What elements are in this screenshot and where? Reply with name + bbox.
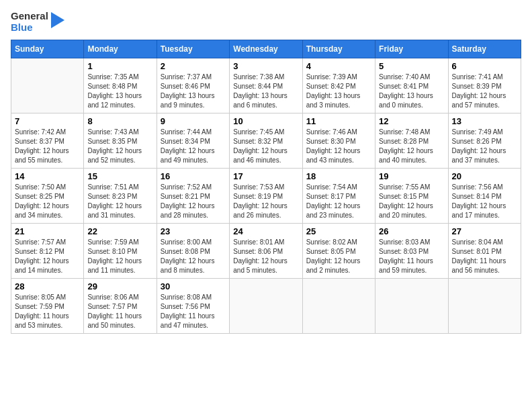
logo-triangle-icon <box>51 12 64 32</box>
day-info: Sunrise: 7:59 AM Sunset: 8:10 PM Dayligh… <box>87 238 152 275</box>
day-info: Sunrise: 7:44 AM Sunset: 8:34 PM Dayligh… <box>161 128 226 165</box>
weekday-header-cell: Wednesday <box>230 40 302 58</box>
day-number: 27 <box>452 226 517 236</box>
day-info: Sunrise: 7:40 AM Sunset: 8:41 PM Dayligh… <box>379 73 444 110</box>
day-info: Sunrise: 8:01 AM Sunset: 8:06 PM Dayligh… <box>233 238 298 275</box>
calendar-day-cell: 22Sunrise: 7:59 AM Sunset: 8:10 PM Dayli… <box>84 224 157 279</box>
logo-blue: Blue <box>11 22 48 34</box>
calendar-table: SundayMondayTuesdayWednesdayThursdayFrid… <box>11 40 521 334</box>
calendar-day-cell: 3Sunrise: 7:38 AM Sunset: 8:44 PM Daylig… <box>230 58 302 113</box>
calendar-day-cell: 7Sunrise: 7:42 AM Sunset: 8:37 PM Daylig… <box>11 113 84 169</box>
calendar-week-row: 7Sunrise: 7:42 AM Sunset: 8:37 PM Daylig… <box>11 113 521 169</box>
calendar-day-cell <box>448 279 521 334</box>
calendar-day-cell <box>230 279 302 334</box>
day-number: 22 <box>87 226 152 236</box>
calendar-day-cell: 25Sunrise: 8:02 AM Sunset: 8:05 PM Dayli… <box>302 224 375 279</box>
day-info: Sunrise: 7:57 AM Sunset: 8:12 PM Dayligh… <box>15 238 80 275</box>
day-number: 14 <box>15 171 80 181</box>
day-number: 2 <box>161 61 226 71</box>
calendar-day-cell: 2Sunrise: 7:37 AM Sunset: 8:46 PM Daylig… <box>157 58 229 113</box>
day-number: 13 <box>452 116 517 126</box>
day-info: Sunrise: 7:42 AM Sunset: 8:37 PM Dayligh… <box>15 128 80 165</box>
day-number: 4 <box>306 61 371 71</box>
day-number: 30 <box>161 281 226 291</box>
weekday-header-cell: Monday <box>84 40 157 58</box>
calendar-day-cell: 27Sunrise: 8:04 AM Sunset: 8:01 PM Dayli… <box>448 224 521 279</box>
weekday-header-cell: Thursday <box>302 40 375 58</box>
calendar-day-cell: 10Sunrise: 7:45 AM Sunset: 8:32 PM Dayli… <box>230 113 302 169</box>
calendar-day-cell: 28Sunrise: 8:05 AM Sunset: 7:59 PM Dayli… <box>11 279 84 334</box>
day-info: Sunrise: 8:05 AM Sunset: 7:59 PM Dayligh… <box>15 293 80 330</box>
weekday-header-cell: Saturday <box>448 40 521 58</box>
calendar-day-cell: 16Sunrise: 7:52 AM Sunset: 8:21 PM Dayli… <box>157 169 229 224</box>
day-info: Sunrise: 7:37 AM Sunset: 8:46 PM Dayligh… <box>161 73 226 110</box>
day-number: 11 <box>306 116 371 126</box>
logo: General Blue <box>11 11 64 33</box>
day-info: Sunrise: 7:46 AM Sunset: 8:30 PM Dayligh… <box>306 128 371 165</box>
day-number: 16 <box>161 171 226 181</box>
day-number: 15 <box>87 171 152 181</box>
calendar-day-cell: 1Sunrise: 7:35 AM Sunset: 8:48 PM Daylig… <box>84 58 157 113</box>
day-number: 10 <box>233 116 298 126</box>
day-number: 1 <box>87 61 152 71</box>
weekday-header-cell: Tuesday <box>157 40 229 58</box>
day-info: Sunrise: 7:39 AM Sunset: 8:42 PM Dayligh… <box>306 73 371 110</box>
day-info: Sunrise: 7:56 AM Sunset: 8:14 PM Dayligh… <box>452 183 517 220</box>
calendar-day-cell: 26Sunrise: 8:03 AM Sunset: 8:03 PM Dayli… <box>375 224 448 279</box>
day-info: Sunrise: 7:49 AM Sunset: 8:26 PM Dayligh… <box>452 128 517 165</box>
day-info: Sunrise: 7:35 AM Sunset: 8:48 PM Dayligh… <box>87 73 152 110</box>
logo-general: General <box>11 11 48 22</box>
day-info: Sunrise: 8:08 AM Sunset: 7:56 PM Dayligh… <box>161 293 226 330</box>
calendar-week-row: 28Sunrise: 8:05 AM Sunset: 7:59 PM Dayli… <box>11 279 521 334</box>
day-info: Sunrise: 8:03 AM Sunset: 8:03 PM Dayligh… <box>379 238 444 275</box>
calendar-day-cell: 20Sunrise: 7:56 AM Sunset: 8:14 PM Dayli… <box>448 169 521 224</box>
day-info: Sunrise: 8:04 AM Sunset: 8:01 PM Dayligh… <box>452 238 517 275</box>
calendar-day-cell: 29Sunrise: 8:06 AM Sunset: 7:57 PM Dayli… <box>84 279 157 334</box>
calendar-day-cell: 24Sunrise: 8:01 AM Sunset: 8:06 PM Dayli… <box>230 224 302 279</box>
day-info: Sunrise: 7:38 AM Sunset: 8:44 PM Dayligh… <box>233 73 298 110</box>
day-info: Sunrise: 7:55 AM Sunset: 8:15 PM Dayligh… <box>379 183 444 220</box>
day-info: Sunrise: 7:53 AM Sunset: 8:19 PM Dayligh… <box>233 183 298 220</box>
calendar-day-cell: 18Sunrise: 7:54 AM Sunset: 8:17 PM Dayli… <box>302 169 375 224</box>
day-number: 28 <box>15 281 80 291</box>
day-number: 9 <box>161 116 226 126</box>
calendar-day-cell: 15Sunrise: 7:51 AM Sunset: 8:23 PM Dayli… <box>84 169 157 224</box>
weekday-header-cell: Friday <box>375 40 448 58</box>
day-number: 5 <box>379 61 444 71</box>
calendar-day-cell: 14Sunrise: 7:50 AM Sunset: 8:25 PM Dayli… <box>11 169 84 224</box>
calendar-day-cell: 4Sunrise: 7:39 AM Sunset: 8:42 PM Daylig… <box>302 58 375 113</box>
weekday-header-row: SundayMondayTuesdayWednesdayThursdayFrid… <box>11 40 521 58</box>
day-number: 19 <box>379 171 444 181</box>
calendar-week-row: 21Sunrise: 7:57 AM Sunset: 8:12 PM Dayli… <box>11 224 521 279</box>
calendar-day-cell <box>11 58 84 113</box>
day-info: Sunrise: 8:00 AM Sunset: 8:08 PM Dayligh… <box>161 238 226 275</box>
day-number: 7 <box>15 116 80 126</box>
calendar-week-row: 1Sunrise: 7:35 AM Sunset: 8:48 PM Daylig… <box>11 58 521 113</box>
day-info: Sunrise: 7:52 AM Sunset: 8:21 PM Dayligh… <box>161 183 226 220</box>
day-number: 21 <box>15 226 80 236</box>
calendar-day-cell: 19Sunrise: 7:55 AM Sunset: 8:15 PM Dayli… <box>375 169 448 224</box>
calendar-day-cell <box>375 279 448 334</box>
calendar-day-cell: 6Sunrise: 7:41 AM Sunset: 8:39 PM Daylig… <box>448 58 521 113</box>
day-number: 8 <box>87 116 152 126</box>
day-number: 12 <box>379 116 444 126</box>
weekday-header-cell: Sunday <box>11 40 84 58</box>
day-number: 24 <box>233 226 298 236</box>
day-number: 18 <box>306 171 371 181</box>
day-number: 17 <box>233 171 298 181</box>
day-number: 26 <box>379 226 444 236</box>
day-number: 3 <box>233 61 298 71</box>
day-info: Sunrise: 8:06 AM Sunset: 7:57 PM Dayligh… <box>87 293 152 330</box>
calendar-day-cell: 8Sunrise: 7:43 AM Sunset: 8:35 PM Daylig… <box>84 113 157 169</box>
calendar-day-cell: 12Sunrise: 7:48 AM Sunset: 8:28 PM Dayli… <box>375 113 448 169</box>
calendar-day-cell: 21Sunrise: 7:57 AM Sunset: 8:12 PM Dayli… <box>11 224 84 279</box>
calendar-day-cell: 23Sunrise: 8:00 AM Sunset: 8:08 PM Dayli… <box>157 224 229 279</box>
day-number: 25 <box>306 226 371 236</box>
day-number: 23 <box>161 226 226 236</box>
day-number: 29 <box>87 281 152 291</box>
calendar-day-cell: 17Sunrise: 7:53 AM Sunset: 8:19 PM Dayli… <box>230 169 302 224</box>
day-info: Sunrise: 7:45 AM Sunset: 8:32 PM Dayligh… <box>233 128 298 165</box>
day-number: 20 <box>452 171 517 181</box>
calendar-body: 1Sunrise: 7:35 AM Sunset: 8:48 PM Daylig… <box>11 58 521 334</box>
day-info: Sunrise: 7:48 AM Sunset: 8:28 PM Dayligh… <box>379 128 444 165</box>
